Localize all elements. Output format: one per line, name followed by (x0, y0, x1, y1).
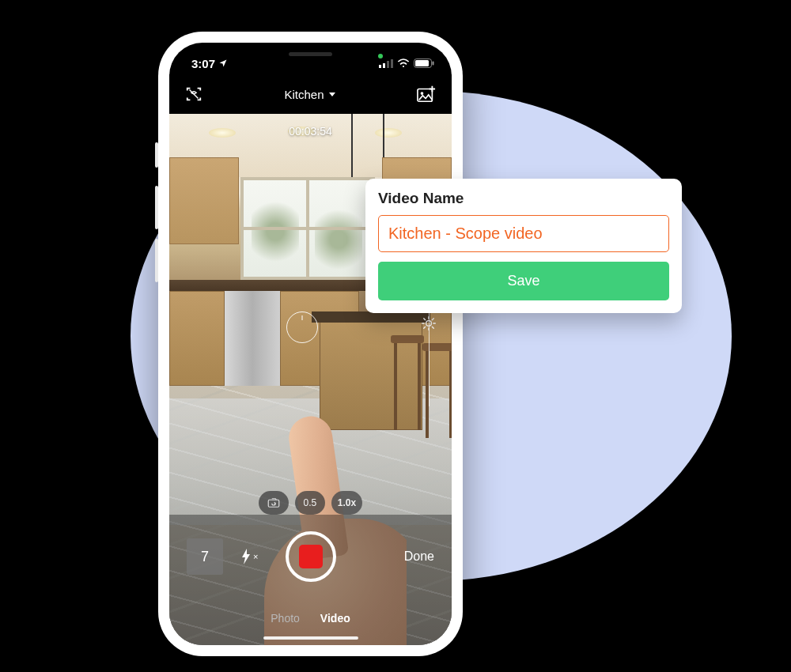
svg-point-4 (403, 66, 404, 67)
room-title: Kitchen (284, 88, 324, 101)
scan-icon[interactable] (185, 85, 202, 103)
phone-frame: 3:07 Kitchen (158, 32, 463, 656)
camera-control-strip: 7 × Done Photo Video (169, 515, 452, 645)
stop-icon (299, 545, 323, 568)
dialog-title: Video Name (378, 190, 669, 207)
flash-icon (240, 549, 252, 564)
recording-timer: 00:03:54 (169, 125, 452, 138)
mode-photo[interactable]: Photo (271, 612, 300, 625)
location-arrow-icon (218, 59, 228, 68)
media-count-badge[interactable]: 7 (187, 538, 223, 575)
zoom-normal-button[interactable]: 1.0x (331, 491, 362, 515)
room-selector[interactable]: Kitchen (284, 88, 335, 101)
add-image-icon[interactable] (417, 85, 436, 103)
svg-line-18 (424, 319, 426, 320)
cellular-signal-icon (379, 59, 393, 68)
flash-toggle[interactable]: × (240, 549, 258, 564)
svg-line-20 (424, 327, 426, 328)
home-indicator[interactable] (263, 636, 358, 640)
focus-indicator[interactable] (286, 311, 318, 343)
video-name-dialog: Video Name Save (365, 179, 682, 313)
svg-rect-2 (387, 61, 389, 68)
side-button (155, 142, 158, 168)
svg-rect-0 (379, 65, 381, 68)
svg-rect-6 (415, 60, 429, 66)
record-button[interactable] (286, 531, 336, 582)
zoom-wide-button[interactable]: 0.5 (295, 491, 325, 515)
svg-line-21 (432, 319, 433, 320)
camera-flip-button[interactable] (259, 491, 289, 515)
svg-line-19 (432, 327, 433, 328)
phone-screen: 3:07 Kitchen (169, 43, 452, 645)
camera-top-bar: Kitchen (169, 74, 452, 114)
done-button[interactable]: Done (404, 549, 434, 564)
wifi-icon (397, 59, 410, 68)
zoom-controls: 0.5 1.0x (169, 491, 452, 515)
svg-rect-1 (383, 63, 385, 68)
svg-rect-3 (391, 59, 393, 68)
save-button[interactable]: Save (378, 262, 669, 300)
battery-icon (414, 59, 434, 68)
svg-point-10 (421, 92, 424, 95)
chevron-down-icon (329, 92, 335, 96)
camera-active-indicator (378, 54, 383, 59)
mode-video[interactable]: Video (320, 612, 350, 625)
svg-rect-22 (268, 500, 279, 507)
volume-down-button (155, 239, 158, 282)
flash-off-x: × (253, 552, 258, 561)
volume-up-button (155, 186, 158, 229)
notch (248, 43, 374, 65)
status-time: 3:07 (191, 57, 215, 70)
capture-mode-selector: Photo Video (169, 612, 452, 625)
video-name-input[interactable] (378, 215, 669, 252)
svg-rect-7 (433, 62, 434, 66)
